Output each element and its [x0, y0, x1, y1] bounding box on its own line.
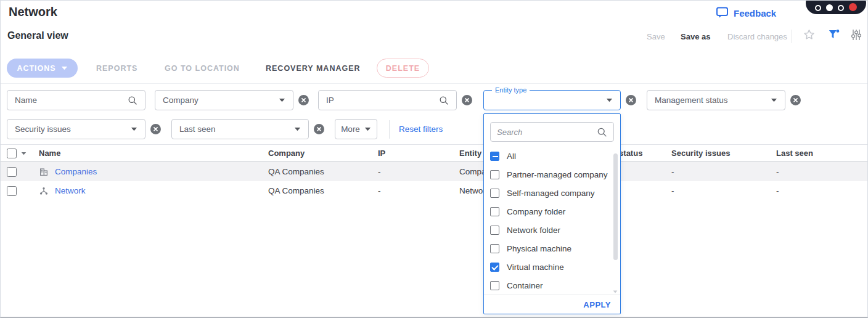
security-issues-filter-dropdown[interactable]: Security issues	[7, 119, 145, 139]
company-filter-label: Company	[163, 96, 279, 105]
reports-button[interactable]: REPORTS	[96, 59, 137, 78]
discard-changes-button[interactable]: Discard changes	[727, 32, 787, 41]
delete-button[interactable]: DELETE	[377, 59, 429, 78]
chevron-down-icon	[279, 98, 285, 102]
column-header-name[interactable]: Name	[39, 149, 268, 158]
clear-x-icon	[314, 124, 324, 134]
option-checkbox[interactable]	[490, 170, 499, 179]
clear-x-icon	[150, 124, 161, 134]
recovery-manager-button[interactable]: RECOVERY MANAGER	[266, 59, 361, 78]
last-seen-filter-clear-button[interactable]	[314, 124, 324, 134]
chevron-down-icon	[61, 66, 68, 70]
security-issues-filter-clear-button[interactable]	[150, 124, 161, 134]
entity-type-option-list: All Partner-managed company Self-managed…	[484, 147, 620, 295]
row-name-link[interactable]: Companies	[55, 167, 97, 176]
clear-x-icon	[298, 95, 309, 105]
reset-filters-link[interactable]: Reset filters	[399, 124, 443, 134]
dropdown-footer: APPLY	[484, 295, 620, 314]
selection-menu-caret-icon[interactable]	[21, 152, 27, 155]
recorder-ring-icon	[838, 5, 844, 11]
row-checkbox[interactable]	[7, 186, 17, 196]
table-row[interactable]: Companies QA Companies - Compa - -	[1, 162, 867, 181]
feedback-button[interactable]: Feedback	[716, 6, 776, 20]
row-security-issues: -	[671, 186, 776, 195]
company-filter-clear-button[interactable]	[298, 95, 309, 105]
save-button[interactable]: Save	[647, 32, 665, 41]
entity-type-dropdown-panel: All Partner-managed company Self-managed…	[483, 113, 621, 314]
ip-filter-placeholder: IP	[326, 96, 439, 105]
dropdown-search-input[interactable]	[497, 128, 593, 137]
option-all[interactable]: All	[484, 147, 620, 165]
network-page: Network Feedback General view Save Save …	[0, 0, 868, 318]
select-all-checkbox[interactable]	[7, 149, 17, 158]
column-header-security-issues[interactable]: Security issues	[671, 149, 776, 158]
security-issues-filter-label: Security issues	[15, 124, 131, 134]
column-header-ip[interactable]: IP	[378, 149, 459, 158]
option-checkbox[interactable]	[490, 189, 499, 198]
record-red-dot-icon	[849, 3, 857, 11]
row-company: QA Companies	[268, 186, 378, 195]
row-checkbox[interactable]	[7, 167, 17, 177]
option-checkbox[interactable]	[490, 263, 499, 272]
entity-type-filter-clear-button[interactable]	[626, 95, 636, 105]
row-name-link[interactable]: Network	[55, 186, 86, 195]
option-physical-machine[interactable]: Physical machine	[484, 239, 620, 258]
clear-x-icon	[790, 95, 801, 105]
option-container[interactable]: Container	[484, 276, 620, 295]
save-as-button[interactable]: Save as	[681, 32, 710, 41]
ip-filter-input[interactable]: IP	[318, 90, 457, 110]
row-ip: -	[378, 167, 459, 176]
column-header-company[interactable]: Company	[268, 149, 378, 158]
option-checkbox[interactable]	[490, 226, 499, 235]
page-title: Network	[9, 5, 57, 19]
management-status-filter-clear-button[interactable]	[790, 95, 801, 105]
screen-recorder-widget[interactable]	[806, 0, 866, 14]
option-virtual-machine[interactable]: Virtual machine	[484, 258, 620, 276]
column-header-last-seen[interactable]: Last seen	[776, 149, 867, 158]
table-row[interactable]: Network QA Companies - Networ - -	[1, 181, 867, 200]
chevron-down-icon	[364, 127, 371, 131]
option-self-managed-company[interactable]: Self-managed company	[484, 184, 620, 202]
entity-type-filter-dropdown[interactable]: Entity type	[483, 90, 621, 110]
filter-row-2: Security issues Last seen More Reset fil…	[7, 119, 443, 139]
recorder-ring-icon	[815, 5, 821, 11]
option-checkbox[interactable]	[490, 244, 499, 253]
last-seen-filter-label: Last seen	[179, 124, 294, 134]
dropdown-search-field[interactable]	[490, 122, 614, 142]
buildings-icon	[39, 167, 49, 177]
filter-funnel-icon[interactable]	[828, 29, 840, 41]
ip-filter-clear-button[interactable]	[462, 95, 472, 105]
apply-button[interactable]: APPLY	[583, 300, 611, 309]
go-to-location-button[interactable]: GO TO LOCATION	[165, 59, 240, 78]
option-company-folder[interactable]: Company folder	[484, 202, 620, 221]
name-filter-placeholder: Name	[15, 96, 128, 105]
more-filters-dropdown[interactable]: More	[335, 119, 377, 139]
clear-x-icon	[462, 95, 472, 105]
toolbar-divider	[1, 83, 867, 84]
feedback-label: Feedback	[734, 8, 776, 18]
chevron-down-icon	[131, 127, 137, 131]
actions-label: ACTIONS	[17, 64, 55, 73]
delete-label: DELETE	[386, 64, 420, 73]
actions-button[interactable]: ACTIONS	[7, 59, 78, 78]
option-network-folder[interactable]: Network folder	[484, 221, 620, 239]
name-filter-input[interactable]: Name	[7, 90, 145, 110]
scrollbar-thumb[interactable]	[613, 153, 618, 260]
company-filter-dropdown[interactable]: Company	[155, 90, 293, 110]
filter-row-1: Name Company IP Entity type Management s…	[7, 90, 801, 110]
search-icon	[597, 127, 607, 137]
search-icon	[128, 96, 137, 105]
favorite-star-icon[interactable]	[803, 29, 816, 41]
row-ip: -	[378, 186, 459, 195]
option-checkbox[interactable]	[490, 281, 499, 290]
last-seen-filter-dropdown[interactable]: Last seen	[171, 119, 309, 139]
management-status-filter-dropdown[interactable]: Management status	[647, 90, 785, 110]
option-checkbox[interactable]	[490, 152, 499, 161]
filters-divider	[389, 120, 390, 139]
option-partner-managed-company[interactable]: Partner-managed company	[484, 165, 620, 184]
chevron-down-icon	[771, 98, 777, 102]
selection-header-cell	[7, 149, 39, 158]
column-settings-sliders-icon[interactable]	[851, 29, 863, 41]
option-checkbox[interactable]	[490, 207, 499, 216]
row-last-seen: -	[776, 167, 867, 176]
